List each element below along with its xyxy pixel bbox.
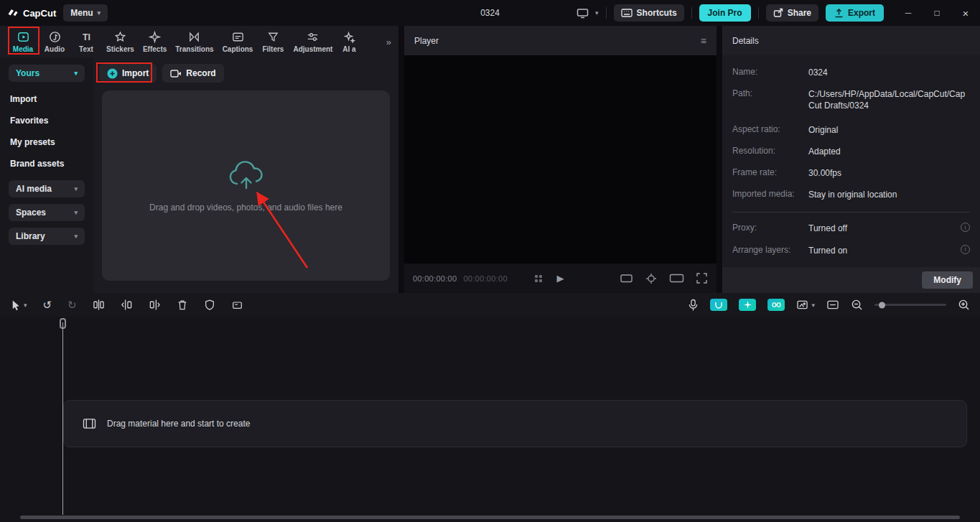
cover-dropdown[interactable]: ▾	[796, 299, 815, 310]
player-menu-icon[interactable]: ≡	[701, 35, 706, 47]
auto-snap-button[interactable]	[739, 299, 756, 311]
chevron-down-icon: ▾	[595, 9, 599, 17]
resolution-icon[interactable]	[669, 273, 684, 284]
info-icon[interactable]: i	[961, 223, 970, 232]
import-button[interactable]: Import	[99, 64, 157, 83]
zoom-out-icon	[851, 299, 863, 311]
player-viewport[interactable]	[404, 55, 717, 264]
scrollbar-thumb[interactable]	[20, 516, 960, 519]
select-tool-dropdown[interactable]: ▾	[10, 299, 27, 311]
cover-icon	[796, 299, 808, 310]
sidebar-item-library[interactable]: Library ▾	[9, 228, 85, 245]
ratio-icon[interactable]	[620, 272, 633, 284]
sidebar-item-spaces[interactable]: Spaces ▾	[9, 204, 85, 221]
captions-icon	[231, 30, 245, 44]
record-button[interactable]: Record	[162, 64, 223, 83]
link-clips-button[interactable]	[767, 299, 785, 311]
redo-button[interactable]: ↻	[67, 299, 77, 310]
plus-circle-icon	[107, 68, 118, 79]
crop-button[interactable]	[231, 299, 243, 311]
info-icon[interactable]: i	[961, 245, 970, 254]
divider	[732, 212, 970, 213]
trim-right-button[interactable]	[149, 299, 161, 311]
detail-label: Imported media:	[732, 189, 808, 199]
voiceover-button[interactable]	[688, 299, 699, 312]
detail-label: Proxy:	[732, 223, 808, 233]
display-icon	[577, 8, 589, 19]
redo-icon: ↻	[67, 299, 77, 310]
menu-button[interactable]: Menu ▾	[63, 4, 108, 22]
media-sidebar: Yours ▾ Import Favorites My presets Bran…	[0, 57, 93, 293]
tab-ai[interactable]: AI a	[337, 30, 361, 53]
timeline-empty-track[interactable]: Drag material here and start to create	[63, 400, 967, 447]
tab-media[interactable]: Media	[7, 30, 39, 53]
mask-button[interactable]	[204, 299, 215, 311]
play-button[interactable]: ▶	[557, 273, 564, 284]
player-controls: 00:00:00:00 00:00:00:00 ▶	[404, 264, 717, 293]
tab-captions[interactable]: Captions	[218, 30, 258, 53]
maximize-button[interactable]: □	[923, 0, 951, 26]
modify-button[interactable]: Modify	[922, 271, 973, 289]
tab-stickers[interactable]: Stickers	[102, 30, 139, 53]
main-track-magnet-button[interactable]	[710, 299, 727, 311]
timeline-empty-text: Drag material here and start to create	[107, 419, 250, 429]
timecode-duration: 00:00:00:00	[463, 274, 507, 283]
capcut-logo-icon	[7, 7, 19, 19]
fit-timeline-button[interactable]	[826, 299, 839, 310]
share-button[interactable]: Share	[766, 4, 818, 22]
svg-text:TI: TI	[83, 32, 90, 42]
fullscreen-icon[interactable]	[696, 272, 708, 284]
detail-row-arrange-layers: Arrange layers: Turned on i	[732, 245, 970, 256]
chevron-down-icon: ▾	[74, 233, 78, 240]
tab-text[interactable]: TI Text	[70, 30, 102, 53]
sticker-icon	[113, 30, 127, 44]
separator	[691, 7, 692, 19]
tab-effects[interactable]: Effects	[139, 30, 171, 53]
export-button[interactable]: Export	[826, 4, 884, 22]
close-button[interactable]: ×	[951, 0, 980, 26]
sidebar-item-yours[interactable]: Yours ▾	[9, 65, 85, 82]
sidebar-item-brand-assets[interactable]: Brand assets	[9, 153, 85, 174]
sidebar-item-favorites[interactable]: Favorites	[9, 110, 85, 131]
tab-transitions[interactable]: Transitions	[171, 30, 218, 53]
trim-right-icon	[149, 299, 161, 311]
zoom-out-button[interactable]	[851, 299, 863, 311]
timeline-area[interactable]: Drag material here and start to create	[0, 317, 980, 522]
sidebar-item-ai-media[interactable]: AI media ▾	[9, 180, 85, 197]
shortcuts-button[interactable]: Shortcuts	[614, 4, 684, 22]
tab-label: Effects	[143, 45, 167, 53]
join-pro-button[interactable]: Join Pro	[699, 4, 751, 22]
fit-timeline-icon	[826, 299, 839, 310]
detail-label: Arrange layers:	[732, 245, 808, 255]
share-label: Share	[788, 8, 811, 18]
trim-left-button[interactable]	[121, 299, 133, 311]
media-dropzone[interactable]: Drag and drop videos, photos, and audio …	[102, 90, 390, 281]
display-mode-dropdown[interactable]: ▾	[577, 8, 599, 19]
frame-grid-icon[interactable]	[534, 274, 545, 283]
undo-icon: ↺	[43, 299, 52, 310]
detail-row-name: Name: 0324	[732, 67, 970, 78]
sidebar-item-my-presets[interactable]: My presets	[9, 131, 85, 153]
timeline-zoom-slider[interactable]	[874, 304, 946, 306]
tab-adjustment[interactable]: Adjustment	[289, 30, 337, 53]
camera-icon	[170, 69, 182, 78]
detail-value: Turned off	[808, 223, 955, 234]
sidebar-item-import[interactable]: Import	[9, 88, 85, 110]
undo-button[interactable]: ↺	[43, 299, 52, 310]
focus-icon[interactable]	[645, 272, 658, 285]
tab-label: Adjustment	[293, 45, 332, 53]
titlebar: CapCut Menu ▾ 0324 ▾ Shortcuts Join Pro	[0, 0, 980, 26]
more-tabs-button[interactable]: »	[382, 37, 396, 47]
minimize-button[interactable]: ─	[894, 0, 923, 26]
tab-filters[interactable]: Filters	[257, 30, 289, 53]
split-button[interactable]	[93, 299, 105, 311]
media-content-area: Import Record Drag and drop videos, phot	[93, 57, 398, 293]
zoom-in-button[interactable]	[958, 299, 970, 311]
detail-row-aspect-ratio: Aspect ratio: Original	[732, 124, 970, 136]
details-panel: Details Name: 0324 Path: C:/Users/HP/App…	[722, 26, 980, 293]
tab-audio[interactable]: Audio	[39, 30, 70, 53]
asset-tabbar: Media Audio TI Text Stickers Effects Tra…	[0, 26, 398, 57]
horizontal-scrollbar[interactable]	[20, 516, 960, 519]
delete-button[interactable]	[177, 299, 188, 311]
zoom-slider-thumb[interactable]	[879, 302, 885, 308]
